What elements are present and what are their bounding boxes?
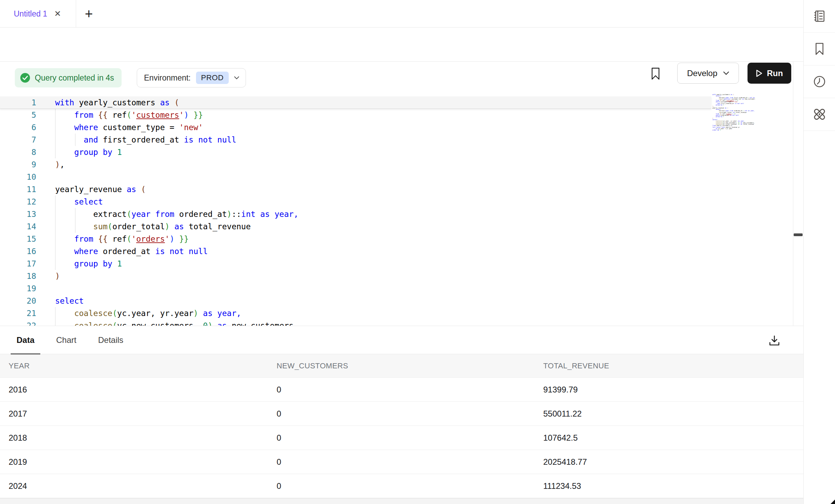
line-code: from {{ ref('orders') }} <box>55 234 189 243</box>
table-cell: 2024 <box>0 474 268 498</box>
line-code: ) <box>55 272 60 281</box>
download-button[interactable] <box>767 333 782 348</box>
environment-selector[interactable]: Environment: PROD <box>137 68 246 87</box>
results-table-header: YEARNEW_CUSTOMERSTOTAL_REVENUE <box>0 354 803 378</box>
resize-corner[interactable] <box>831 500 835 504</box>
code-line: 9), <box>0 158 710 171</box>
code-line: 14 sum(order_total) as total_revenue <box>0 220 710 233</box>
column-header: TOTAL_REVENUE <box>535 354 803 377</box>
editor-right-divider <box>793 62 793 326</box>
query-status-badge: Query completed in 4s <box>15 68 122 87</box>
indent-guide <box>75 134 75 146</box>
line-number: 7 <box>0 135 36 144</box>
results-tab-data[interactable]: Data <box>11 326 40 354</box>
line-code: yearly_revenue as ( <box>55 185 146 194</box>
sticky-line-code: with yearly_customers as ( <box>55 98 179 107</box>
results-tab-details[interactable]: Details <box>92 326 129 354</box>
dbt-logo-icon <box>812 107 827 122</box>
rail-item-dbt-assistant[interactable] <box>804 98 835 131</box>
rail-item-notebook[interactable] <box>804 0 835 33</box>
column-header: YEAR <box>0 354 268 377</box>
line-code: from {{ ref('customers') }} <box>55 111 203 119</box>
table-cell: 91399.79 <box>535 378 803 401</box>
horizontal-scrollbar[interactable] <box>0 498 803 504</box>
sticky-scroll-line[interactable]: 1 with yearly_customers as ( <box>0 96 711 109</box>
results-tab-chart[interactable]: Chart <box>50 326 82 354</box>
indent-guide <box>75 208 75 233</box>
results-panel: DataChartDetails YEARNEW_CUSTOMERSTOTAL_… <box>0 326 803 504</box>
line-number: 22 <box>0 321 36 326</box>
tab-label: Untitled 1 <box>14 9 47 19</box>
code-line: 6 where customer_type = 'new' <box>0 121 710 134</box>
table-cell: 2017 <box>0 402 268 426</box>
code-line: 13 extract(year from ordered_at)::int as… <box>0 208 710 220</box>
chevron-down-icon <box>723 71 729 75</box>
code-line: 21 coalesce(yc.year, yr.year) as year, <box>0 307 710 319</box>
line-number: 17 <box>0 259 36 268</box>
line-code: group by 1 <box>55 259 122 268</box>
close-icon[interactable]: ✕ <box>54 10 61 18</box>
table-row: 201902025418.77 <box>0 450 803 474</box>
rail-item-bookmarks[interactable] <box>804 33 835 65</box>
code-line: 20select <box>0 295 710 307</box>
tab-bar: Untitled 1 ✕ + <box>0 0 803 28</box>
code-line: 12 select <box>0 196 710 208</box>
check-circle-icon <box>20 73 30 83</box>
right-icon-rail <box>803 0 835 504</box>
sql-editor[interactable]: 5 from {{ ref('customers') }}6 where cus… <box>0 87 793 326</box>
line-code: where ordered_at is not null <box>55 247 208 256</box>
table-cell: 0 <box>268 402 535 426</box>
rail-item-history[interactable] <box>804 65 835 98</box>
develop-button[interactable]: Develop <box>677 63 739 84</box>
code-line: 16 where ordered_at is not null <box>0 245 710 258</box>
code-line: 7 and first_ordered_at is not null <box>0 134 710 146</box>
notebook-icon <box>813 9 826 23</box>
table-cell: 111234.53 <box>535 474 803 498</box>
line-number: 11 <box>0 185 36 194</box>
table-cell: 0 <box>268 474 535 498</box>
ide-window: Untitled 1 ✕ + Develop Run Query complet… <box>0 0 835 504</box>
line-code: where customer_type = 'new' <box>55 123 203 132</box>
run-label: Run <box>767 69 783 78</box>
line-code: group by 1 <box>55 148 122 157</box>
sticky-line-number: 1 <box>0 98 36 107</box>
table-cell: 2018 <box>0 426 268 450</box>
run-button[interactable]: Run <box>748 63 791 84</box>
line-number: 21 <box>0 309 36 318</box>
line-number: 9 <box>0 160 36 169</box>
bookmark-button[interactable] <box>649 66 662 81</box>
code-line: 10 <box>0 171 710 183</box>
table-cell: 2019 <box>0 450 268 474</box>
bookmark-icon <box>651 67 660 80</box>
code-line: 17 group by 1 <box>0 258 710 270</box>
tab-untitled-1[interactable]: Untitled 1 ✕ <box>0 0 76 28</box>
bookmark-icon <box>814 42 825 56</box>
minimap[interactable]: with yearly_customers as ( select extrac… <box>712 94 755 139</box>
table-cell: 550011.22 <box>535 402 803 426</box>
code-line: 19 <box>0 282 710 295</box>
code-line: 8 group by 1 <box>0 146 710 158</box>
line-number: 15 <box>0 234 36 243</box>
new-tab-button[interactable]: + <box>79 0 99 28</box>
line-number: 8 <box>0 148 36 157</box>
line-code: select <box>55 197 103 206</box>
line-number: 16 <box>0 247 36 256</box>
table-row: 20180107642.5 <box>0 426 803 450</box>
table-row: 2016091399.79 <box>0 378 803 402</box>
chevron-down-icon <box>234 76 239 80</box>
toolbar: Develop Run <box>0 28 803 62</box>
line-number: 6 <box>0 123 36 132</box>
code-lines: 5 from {{ ref('customers') }}6 where cus… <box>0 109 710 326</box>
line-code: select <box>55 296 84 305</box>
line-number: 19 <box>0 284 36 293</box>
code-line: 22 coalesce(yc.new_customers, 0) as new_… <box>0 319 710 326</box>
line-number: 12 <box>0 197 36 206</box>
line-number: 18 <box>0 272 36 281</box>
indent-guide <box>55 109 55 158</box>
panel-resize-handle[interactable] <box>794 233 803 236</box>
table-cell: 2025418.77 <box>535 450 803 474</box>
indent-guide <box>55 307 55 326</box>
code-line: 5 from {{ ref('customers') }} <box>0 109 710 121</box>
develop-label: Develop <box>687 69 717 78</box>
code-line: 15 from {{ ref('orders') }} <box>0 233 710 245</box>
